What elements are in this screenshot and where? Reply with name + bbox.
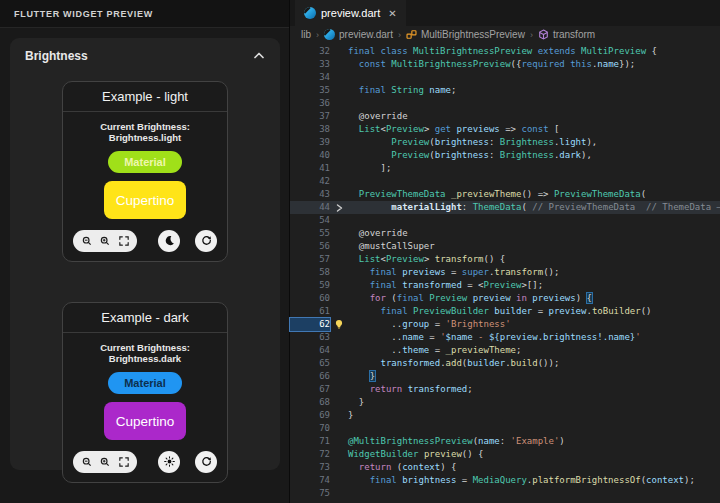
code-line-34[interactable]: 34 [290,71,720,84]
material-button[interactable]: Material [108,151,182,173]
zoom-in-button[interactable] [100,457,110,467]
code-line-75[interactable]: 75 [290,487,720,500]
line-number[interactable]: 62 [290,318,330,331]
code-line-43[interactable]: 43 PreviewThemeData _previewTheme() => P… [290,188,720,201]
code-text[interactable]: ]; [348,162,391,175]
code-text[interactable]: transformed.add(builder.build()); [348,357,559,370]
code-line-72[interactable]: 72WidgetBuilder preview() { [290,448,720,461]
code-text[interactable]: } [348,370,375,383]
code-text[interactable]: } [348,409,353,422]
code-text[interactable]: List<Preview> get previews => const [ [348,123,559,136]
code-line-42[interactable]: 42 [290,175,720,188]
fold-gutter[interactable] [330,201,348,214]
code-text[interactable]: ..name = '$name - ${preview.brightness!.… [348,331,641,344]
code-line-44[interactable]: 44 materialLight: ThemeData( // PreviewT… [290,201,720,214]
code-line-36[interactable]: 36 [290,97,720,110]
close-icon[interactable]: ✕ [388,8,396,19]
line-number[interactable]: 38 [290,123,330,136]
code-line-69[interactable]: 69} [290,409,720,422]
line-number[interactable]: 68 [290,396,330,409]
fold-chevron-icon[interactable] [336,204,343,212]
line-number[interactable]: 64 [290,344,330,357]
line-number[interactable]: 73 [290,461,330,474]
code-line-33[interactable]: 33 const MultiBrightnessPreview({require… [290,58,720,71]
code-text[interactable]: WidgetBuilder preview() { [348,448,484,461]
code-line-57[interactable]: 57 List<Preview> transform() { [290,253,720,266]
code-text[interactable]: ..group = 'Brightness' [348,318,511,331]
line-number[interactable]: 74 [290,474,330,487]
line-number[interactable]: 57 [290,253,330,266]
expand-icon[interactable] [119,457,129,467]
line-number[interactable]: 34 [290,71,330,84]
code-line-68[interactable]: 68 } [290,396,720,409]
code-line-35[interactable]: 35 final String name; [290,84,720,97]
zoom-in-button[interactable] [100,236,110,246]
code-text[interactable]: final brightness = MediaQuery.platformBr… [348,474,695,487]
chevron-up-icon[interactable] [253,49,265,63]
breadcrumb-item-transform[interactable]: transform [538,29,595,40]
line-number[interactable]: 60 [290,292,330,305]
line-number[interactable]: 69 [290,409,330,422]
material-button[interactable]: Material [108,372,182,394]
line-number[interactable]: 43 [290,188,330,201]
code-line-62[interactable]: 62 ..group = 'Brightness' [290,318,720,331]
light-mode-toggle-button[interactable] [158,451,180,473]
line-number[interactable]: 66 [290,370,330,383]
expand-icon[interactable] [119,236,129,246]
code-text[interactable]: ..theme = _previewTheme; [348,344,521,357]
dark-mode-toggle-button[interactable] [158,230,180,252]
code-text[interactable]: } [348,396,364,409]
code-text[interactable]: final transformed = <Preview>[]; [348,279,543,292]
cupertino-button[interactable]: Cupertino [104,181,187,219]
line-number[interactable]: 32 [290,45,330,58]
breadcrumb-item-preview-dart[interactable]: preview.dart [324,29,393,40]
code-text[interactable]: @MultiBrightnessPreview(name: 'Example') [348,435,565,448]
code-text[interactable]: final previews = super.transform(); [348,266,559,279]
code-text[interactable]: Preview(brightness: Brightness.dark), [348,149,592,162]
code-line-54[interactable]: 54 [290,214,720,227]
code-text[interactable]: return transformed; [348,383,473,396]
code-line-41[interactable]: 41 ]; [290,162,720,175]
code-text[interactable]: return (context) { [348,461,456,474]
code-line-40[interactable]: 40 Preview(brightness: Brightness.dark), [290,149,720,162]
code-line-55[interactable]: 55 @override [290,227,720,240]
code-text[interactable]: materialLight: ThemeData( // PreviewThem… [348,201,720,214]
code-line-58[interactable]: 58 final previews = super.transform(); [290,266,720,279]
line-number[interactable]: 55 [290,227,330,240]
lightbulb-icon[interactable] [334,319,344,330]
code-text[interactable]: List<Preview> transform() { [348,253,505,266]
code-text[interactable]: final class MultiBrightnessPreview exten… [348,45,657,58]
code-line-70[interactable]: 70 [290,422,720,435]
line-number[interactable]: 63 [290,331,330,344]
refresh-button[interactable] [195,451,217,473]
brightness-section-header[interactable]: Brightness [10,38,280,66]
breadcrumb-item-lib[interactable]: lib [301,29,311,40]
line-number[interactable]: 61 [290,305,330,318]
code-text[interactable]: const MultiBrightnessPreview({required t… [348,58,635,71]
line-number[interactable]: 36 [290,97,330,110]
line-number[interactable]: 41 [290,162,330,175]
line-number[interactable]: 33 [290,58,330,71]
tab-preview-dart[interactable]: preview.dart ✕ [295,0,406,26]
line-number[interactable]: 56 [290,240,330,253]
code-line-67[interactable]: 67 return transformed; [290,383,720,396]
line-number[interactable]: 39 [290,136,330,149]
code-line-38[interactable]: 38 List<Preview> get previews => const [ [290,123,720,136]
line-number[interactable]: 72 [290,448,330,461]
code-line-32[interactable]: 32final class MultiBrightnessPreview ext… [290,45,720,58]
line-number[interactable]: 71 [290,435,330,448]
line-number[interactable]: 75 [290,487,330,500]
code-text[interactable]: @override [348,227,408,240]
code-line-61[interactable]: 61 final PreviewBuilder builder = previe… [290,305,720,318]
zoom-out-button[interactable] [82,236,92,246]
refresh-button[interactable] [195,230,217,252]
line-number[interactable]: 58 [290,266,330,279]
line-number[interactable]: 40 [290,149,330,162]
code-line-39[interactable]: 39 Preview(brightness: Brightness.light)… [290,136,720,149]
breadcrumb-item-multibrightnesspreview[interactable]: MultiBrightnessPreview [406,29,525,40]
zoom-out-button[interactable] [82,457,92,467]
code-text[interactable]: Preview(brightness: Brightness.light), [348,136,597,149]
line-number[interactable]: 42 [290,175,330,188]
line-number[interactable]: 54 [290,214,330,227]
code-text[interactable]: final PreviewBuilder builder = preview.t… [348,305,652,318]
